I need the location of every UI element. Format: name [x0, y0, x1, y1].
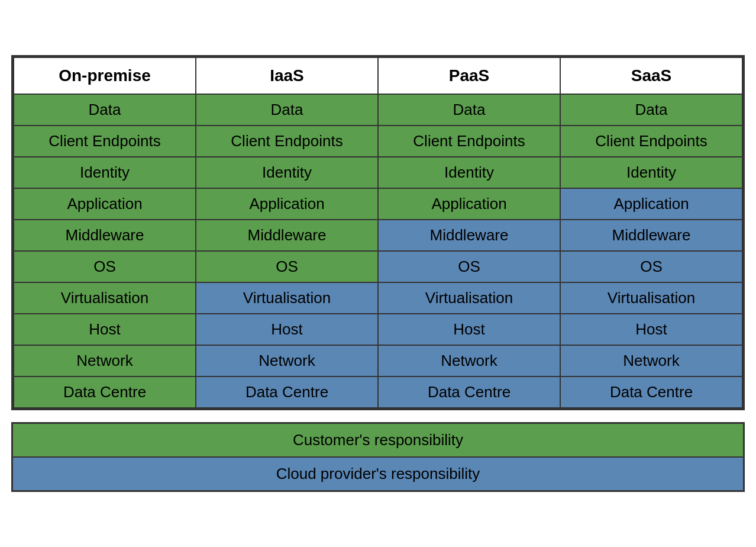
table-row: VirtualisationVirtualisationVirtualisati… [14, 282, 742, 314]
table-cell: Virtualisation [378, 282, 560, 314]
table-cell: Client Endpoints [378, 126, 560, 157]
legend-customer-cell: Customer's responsibility [12, 423, 744, 458]
col-header-iaas: IaaS [196, 57, 378, 94]
table-cell: OS [378, 251, 560, 282]
table-cell: Client Endpoints [560, 126, 742, 157]
table-cell: Identity [378, 157, 560, 188]
legend-provider-cell: Cloud provider's responsibility [12, 457, 744, 491]
table-cell: Middleware [14, 220, 196, 251]
table-cell: OS [196, 251, 378, 282]
table-cell: Identity [560, 157, 742, 188]
table-cell: Virtualisation [14, 282, 196, 314]
table-cell: Network [196, 345, 378, 377]
table-cell: Host [14, 314, 196, 345]
table-header: On-premise IaaS PaaS SaaS [14, 57, 742, 94]
table-cell: Identity [196, 157, 378, 188]
table-row: ApplicationApplicationApplicationApplica… [14, 188, 742, 220]
table-cell: Application [560, 188, 742, 220]
table-row: DataDataDataData [14, 94, 742, 126]
table-cell: Application [14, 188, 196, 220]
table-cell: Data [560, 94, 742, 126]
col-header-onpremise: On-premise [14, 57, 196, 94]
table-row: IdentityIdentityIdentityIdentity [14, 157, 742, 188]
table-cell: Middleware [196, 220, 378, 251]
table-row: Client EndpointsClient EndpointsClient E… [14, 126, 742, 157]
table-cell: Virtualisation [560, 282, 742, 314]
table-cell: Host [196, 314, 378, 345]
table-cell: Data Centre [560, 377, 742, 408]
main-table-wrapper: On-premise IaaS PaaS SaaS DataDataDataDa… [11, 55, 745, 410]
table-cell: Application [378, 188, 560, 220]
legend-table: Customer's responsibility Cloud provider… [11, 422, 745, 492]
table-cell: Data [378, 94, 560, 126]
legend-provider-row: Cloud provider's responsibility [12, 457, 744, 491]
table-cell: Virtualisation [196, 282, 378, 314]
table-cell: Middleware [378, 220, 560, 251]
table-cell: Client Endpoints [14, 126, 196, 157]
table-row: OSOSOSOS [14, 251, 742, 282]
table-cell: Host [560, 314, 742, 345]
table-row: HostHostHostHost [14, 314, 742, 345]
table-cell: Data Centre [14, 377, 196, 408]
table-cell: OS [14, 251, 196, 282]
table-cell: Host [378, 314, 560, 345]
table-cell: Client Endpoints [196, 126, 378, 157]
header-row: On-premise IaaS PaaS SaaS [14, 57, 742, 94]
table-cell: Data [196, 94, 378, 126]
main-table: On-premise IaaS PaaS SaaS DataDataDataDa… [13, 57, 743, 408]
page-container: On-premise IaaS PaaS SaaS DataDataDataDa… [0, 0, 756, 547]
table-cell: OS [560, 251, 742, 282]
table-cell: Data Centre [378, 377, 560, 408]
table-row: NetworkNetworkNetworkNetwork [14, 345, 742, 377]
legend-customer-row: Customer's responsibility [12, 423, 744, 458]
legend-body: Customer's responsibility Cloud provider… [12, 423, 744, 491]
table-cell: Identity [14, 157, 196, 188]
col-header-paas: PaaS [378, 57, 560, 94]
table-cell: Network [378, 345, 560, 377]
table-cell: Application [196, 188, 378, 220]
table-cell: Network [560, 345, 742, 377]
table-cell: Network [14, 345, 196, 377]
table-row: Data CentreData CentreData CentreData Ce… [14, 377, 742, 408]
table-cell: Data [14, 94, 196, 126]
col-header-saas: SaaS [560, 57, 742, 94]
table-body: DataDataDataDataClient EndpointsClient E… [14, 94, 742, 408]
table-cell: Middleware [560, 220, 742, 251]
table-row: MiddlewareMiddlewareMiddlewareMiddleware [14, 220, 742, 251]
table-cell: Data Centre [196, 377, 378, 408]
